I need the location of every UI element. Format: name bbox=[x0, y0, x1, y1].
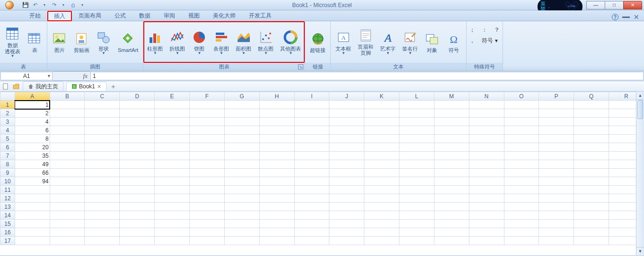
tab-home[interactable]: 开始 bbox=[23, 10, 47, 21]
add-tab-button[interactable]: + bbox=[109, 82, 117, 90]
col-header[interactable]: F bbox=[189, 92, 224, 101]
cell[interactable] bbox=[189, 118, 224, 126]
cell[interactable] bbox=[120, 228, 155, 237]
cell[interactable] bbox=[399, 228, 434, 237]
col-header[interactable]: L bbox=[399, 92, 434, 101]
cell[interactable] bbox=[434, 211, 469, 220]
new-doc-icon[interactable] bbox=[2, 83, 9, 90]
cell[interactable] bbox=[189, 126, 224, 135]
cell[interactable] bbox=[85, 101, 120, 109]
cell[interactable] bbox=[364, 169, 399, 177]
tab-formula[interactable]: 公式 bbox=[108, 10, 132, 21]
cell[interactable] bbox=[50, 169, 85, 177]
cell[interactable] bbox=[329, 143, 364, 152]
row-header[interactable]: 14 bbox=[0, 211, 15, 220]
spreadsheet-grid[interactable]: ABCDEFGHIJKLMNOPQR1122344658620735849966… bbox=[0, 92, 644, 255]
colon-symbol-button[interactable]: ： bbox=[482, 26, 487, 34]
row-header[interactable]: 2 bbox=[0, 109, 15, 118]
undo-dropdown-icon[interactable]: ▾ bbox=[41, 1, 48, 9]
formula-input[interactable]: 1 bbox=[90, 72, 644, 80]
col-header[interactable]: M bbox=[434, 92, 469, 101]
cell[interactable] bbox=[574, 160, 609, 169]
cell[interactable] bbox=[574, 169, 609, 177]
cell[interactable] bbox=[85, 203, 120, 211]
cell[interactable] bbox=[329, 135, 364, 143]
cell[interactable] bbox=[539, 160, 574, 169]
cell[interactable]: 8 bbox=[15, 135, 50, 143]
tab-data[interactable]: 数据 bbox=[132, 10, 157, 21]
cell[interactable] bbox=[120, 135, 155, 143]
col-header[interactable]: N bbox=[469, 92, 504, 101]
cell[interactable] bbox=[504, 135, 539, 143]
cell[interactable] bbox=[189, 237, 224, 245]
row-header[interactable]: 9 bbox=[0, 169, 15, 177]
symbol-button[interactable]: Ω 符号 bbox=[444, 30, 463, 54]
qat-customize-icon[interactable]: ▾ bbox=[79, 1, 86, 9]
name-box[interactable]: A1▼ bbox=[0, 72, 53, 80]
minimize-button[interactable]: — bbox=[586, 1, 605, 9]
fx-icon[interactable]: fx bbox=[83, 72, 88, 80]
cell[interactable] bbox=[294, 220, 329, 228]
cell[interactable] bbox=[224, 237, 259, 245]
question-symbol-button[interactable]: ？ bbox=[494, 26, 500, 34]
cell[interactable] bbox=[504, 109, 539, 118]
cell[interactable]: 94 bbox=[15, 177, 50, 186]
cell[interactable] bbox=[294, 143, 329, 152]
cell[interactable] bbox=[155, 237, 190, 245]
cell[interactable] bbox=[259, 220, 294, 228]
row-header[interactable]: 10 bbox=[0, 177, 15, 186]
cell[interactable] bbox=[539, 220, 574, 228]
scroll-down-icon[interactable]: ▼ bbox=[636, 247, 644, 255]
cell[interactable] bbox=[434, 228, 469, 237]
cell[interactable] bbox=[50, 143, 85, 152]
cell[interactable] bbox=[294, 126, 329, 135]
cell[interactable] bbox=[189, 135, 224, 143]
cell[interactable] bbox=[224, 228, 259, 237]
cell[interactable] bbox=[469, 126, 504, 135]
charts-launcher-icon[interactable]: ↘ bbox=[298, 64, 303, 69]
cell[interactable] bbox=[15, 186, 50, 194]
cell[interactable] bbox=[50, 211, 85, 220]
cell[interactable] bbox=[574, 143, 609, 152]
undo-icon[interactable]: ↶ bbox=[31, 1, 39, 9]
cell[interactable] bbox=[434, 169, 469, 177]
cell[interactable] bbox=[399, 211, 434, 220]
cell[interactable] bbox=[364, 101, 399, 109]
cell[interactable]: 1 bbox=[15, 101, 50, 109]
cell[interactable] bbox=[434, 237, 469, 245]
cell[interactable] bbox=[469, 177, 504, 186]
cell[interactable] bbox=[259, 177, 294, 186]
cell[interactable] bbox=[469, 237, 504, 245]
cell[interactable] bbox=[364, 177, 399, 186]
row-header[interactable]: 16 bbox=[0, 228, 15, 237]
cell[interactable] bbox=[539, 194, 574, 203]
cell[interactable] bbox=[329, 152, 364, 160]
cell[interactable] bbox=[259, 237, 294, 245]
cell[interactable] bbox=[504, 203, 539, 211]
cell[interactable] bbox=[574, 109, 609, 118]
scatter-chart-button[interactable]: 散点图▼ bbox=[256, 29, 275, 56]
cell[interactable] bbox=[574, 126, 609, 135]
cell[interactable] bbox=[50, 126, 85, 135]
cell[interactable] bbox=[364, 228, 399, 237]
cell[interactable] bbox=[120, 169, 155, 177]
redo-icon[interactable]: ↷ bbox=[50, 1, 58, 9]
cell[interactable] bbox=[294, 177, 329, 186]
cell[interactable] bbox=[539, 177, 574, 186]
cell[interactable] bbox=[399, 194, 434, 203]
cell[interactable] bbox=[50, 101, 85, 109]
cell[interactable] bbox=[294, 169, 329, 177]
tab-beautify[interactable]: 美化大师 bbox=[206, 10, 242, 21]
cell[interactable] bbox=[259, 109, 294, 118]
comma-symbol-button[interactable]: ， bbox=[469, 37, 475, 45]
cell[interactable] bbox=[189, 186, 224, 194]
cell[interactable] bbox=[504, 186, 539, 194]
cell[interactable] bbox=[155, 228, 190, 237]
cell[interactable] bbox=[120, 194, 155, 203]
cell[interactable] bbox=[120, 101, 155, 109]
cell[interactable] bbox=[399, 118, 434, 126]
column-chart-button[interactable]: 柱形图▼ bbox=[145, 29, 165, 56]
cell[interactable] bbox=[120, 177, 155, 186]
cell[interactable] bbox=[434, 126, 469, 135]
cell[interactable] bbox=[469, 143, 504, 152]
